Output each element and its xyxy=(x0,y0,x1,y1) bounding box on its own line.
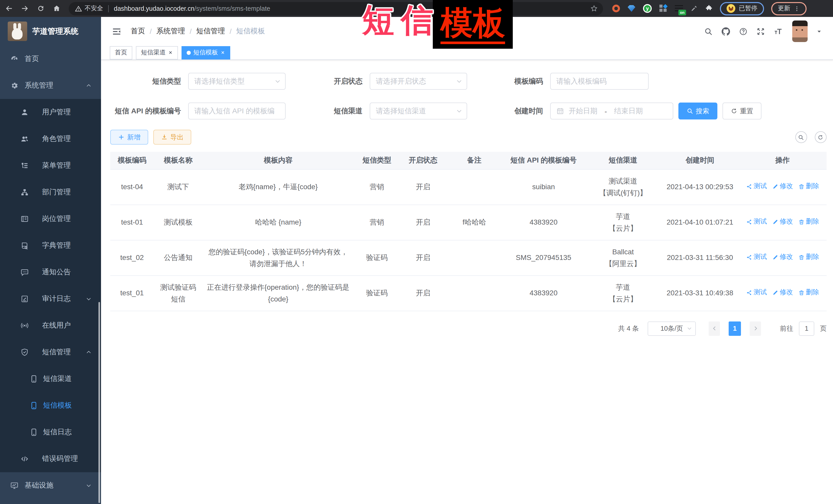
sidebar-item-label: 系统管理 xyxy=(25,81,53,90)
current-page-button[interactable]: 1 xyxy=(729,321,741,336)
action-label: 删除 xyxy=(806,216,819,227)
export-button[interactable]: 导出 xyxy=(153,130,191,145)
tab-短信渠道[interactable]: 短信渠道 xyxy=(136,46,178,59)
sidebar-item-审计日志[interactable]: 审计日志 xyxy=(0,286,101,312)
user-menu-caret-icon[interactable] xyxy=(816,28,822,34)
chrome-update-menu-button[interactable]: 更新 xyxy=(771,2,807,15)
cell-code: test_01 xyxy=(110,275,154,311)
browser-home-icon[interactable] xyxy=(52,4,61,13)
sidebar-scrollbar[interactable] xyxy=(98,302,100,503)
test-link[interactable]: 测试 xyxy=(746,287,767,298)
cell-status: 开启 xyxy=(400,240,446,275)
edit-link[interactable]: 修改 xyxy=(772,252,793,263)
tab-短信模板[interactable]: 短信模板 xyxy=(182,46,230,59)
github-icon[interactable] xyxy=(721,27,730,35)
refresh-table-button[interactable] xyxy=(814,131,826,143)
sms-type-select[interactable]: 请选择短信类型 xyxy=(188,73,286,90)
browser-menu-dots-icon[interactable] xyxy=(794,5,800,12)
active-tab-dot-icon xyxy=(187,50,191,55)
test-link[interactable]: 测试 xyxy=(746,181,767,192)
tab-首页[interactable]: 首页 xyxy=(110,46,132,59)
sidebar-item-字典管理[interactable]: 字典管理 xyxy=(0,232,101,259)
breadcrumb-item[interactable]: 系统管理 xyxy=(157,27,185,36)
sidebar-item-用户管理[interactable]: 用户管理 xyxy=(0,99,101,126)
cell-remark: f哈哈哈 xyxy=(446,205,502,240)
sidebar-item-系统管理[interactable]: 系统管理 xyxy=(0,72,101,99)
close-icon[interactable] xyxy=(168,50,173,55)
plus-icon xyxy=(118,134,125,141)
bookmark-star-icon[interactable] xyxy=(590,5,598,12)
edit-link[interactable]: 修改 xyxy=(772,216,793,227)
goto-page-input[interactable] xyxy=(799,321,814,336)
sidebar-item-菜单管理[interactable]: 菜单管理 xyxy=(0,152,101,179)
header-search-icon[interactable] xyxy=(704,27,713,35)
edit-link[interactable]: 修改 xyxy=(772,287,793,298)
sidebar-item-短信日志[interactable]: 短信日志 xyxy=(0,419,101,446)
ime-overlay-pink-text: 短信 xyxy=(362,4,440,37)
delete-link[interactable]: 删除 xyxy=(798,181,819,192)
extension-gem-icon[interactable] xyxy=(628,5,635,12)
sidebar-item-部门管理[interactable]: 部门管理 xyxy=(0,179,101,206)
profile-paused-button[interactable]: 已暂停 xyxy=(720,2,764,15)
test-link[interactable]: 测试 xyxy=(746,252,767,263)
extension-y-icon[interactable]: y xyxy=(643,4,652,13)
channel-select[interactable]: 请选择短信渠道 xyxy=(370,102,467,119)
user-avatar[interactable] xyxy=(792,21,807,42)
sidebar-item-短信渠道[interactable]: 短信渠道 xyxy=(0,365,101,392)
sidebar-item-错误码管理[interactable]: 错误码管理 xyxy=(0,446,101,472)
sidebar-item-岗位管理[interactable]: 岗位管理 xyxy=(0,206,101,232)
fullscreen-icon[interactable] xyxy=(756,27,765,35)
search-button[interactable]: 搜索 xyxy=(679,102,717,119)
sidebar-item-首页[interactable]: 首页 xyxy=(0,46,101,72)
org-tree-icon xyxy=(21,188,29,196)
close-icon[interactable] xyxy=(220,50,225,55)
sidebar-toggle-hamburger-icon[interactable] xyxy=(112,26,121,36)
cell-type: 营销 xyxy=(354,169,400,205)
next-page-button[interactable] xyxy=(750,321,761,336)
browser-back-icon[interactable] xyxy=(5,4,13,13)
sidebar-item-在线用户[interactable]: 在线用户 xyxy=(0,312,101,339)
edit-link[interactable]: 修改 xyxy=(772,181,793,192)
breadcrumb-item[interactable]: 首页 xyxy=(131,27,145,36)
add-button[interactable]: 新增 xyxy=(110,130,148,145)
extension-eyedropper-icon[interactable] xyxy=(691,5,697,12)
sidebar-item-角色管理[interactable]: 角色管理 xyxy=(0,126,101,152)
app-logo[interactable]: 芋道管理系统 xyxy=(0,17,101,46)
user-icon xyxy=(21,108,29,116)
extension-donut-icon[interactable] xyxy=(612,5,620,12)
cell-code: test-04 xyxy=(110,169,154,205)
page-size-select[interactable]: 10条/页 xyxy=(648,321,696,336)
tab-label: 短信模板 xyxy=(193,48,218,57)
chevron-down-icon xyxy=(456,78,462,85)
extension-grid-icon[interactable] xyxy=(660,5,667,12)
create-time-range-picker[interactable]: 开始日期 - 结束日期 xyxy=(550,102,673,119)
breadcrumb-item[interactable]: 短信管理 xyxy=(196,27,225,36)
cell-code: test-01 xyxy=(110,205,154,240)
sidebar-item-基础设施[interactable]: 基础设施 xyxy=(0,472,101,499)
table-row: test-01测试模板哈哈哈 {name}营销开启f哈哈哈4383920芋道 【… xyxy=(110,205,827,240)
show-search-toggle-button[interactable] xyxy=(795,131,807,143)
cell-content: 您的验证码{code}，该验证码5分钟内有效，请勿泄漏于他人！ xyxy=(203,240,354,275)
delete-link[interactable]: 删除 xyxy=(798,216,819,227)
reset-button[interactable]: 重置 xyxy=(722,102,761,119)
sidebar-item-通知公告[interactable]: 通知公告 xyxy=(0,259,101,286)
sidebar-item-短信管理[interactable]: 短信管理 xyxy=(0,339,101,365)
delete-link[interactable]: 删除 xyxy=(798,252,819,263)
sidebar-item-短信模板[interactable]: 短信模板 xyxy=(0,392,101,419)
cell-status: 开启 xyxy=(400,205,446,240)
action-label: 测试 xyxy=(754,252,767,263)
extensions-puzzle-icon[interactable] xyxy=(705,5,713,12)
font-size-icon[interactable] xyxy=(774,27,782,35)
template-code-input[interactable]: 请输入模板编码 xyxy=(550,73,649,90)
address-bar[interactable]: 不安全 dashboard.yudao.iocoder.cn/system/sm… xyxy=(69,2,603,15)
delete-link[interactable]: 删除 xyxy=(798,287,819,298)
api-template-id-input[interactable]: 请输入短信 API 的模板编 xyxy=(188,102,286,119)
prev-page-button[interactable] xyxy=(709,321,720,336)
profile-avatar-emoji-icon xyxy=(727,4,735,13)
help-icon[interactable] xyxy=(739,27,747,35)
browser-reload-icon[interactable] xyxy=(37,4,45,13)
browser-forward-icon[interactable] xyxy=(21,4,29,13)
test-link[interactable]: 测试 xyxy=(746,216,767,227)
status-select[interactable]: 请选择开启状态 xyxy=(370,73,467,90)
extension-list-icon[interactable]: on xyxy=(675,5,683,12)
